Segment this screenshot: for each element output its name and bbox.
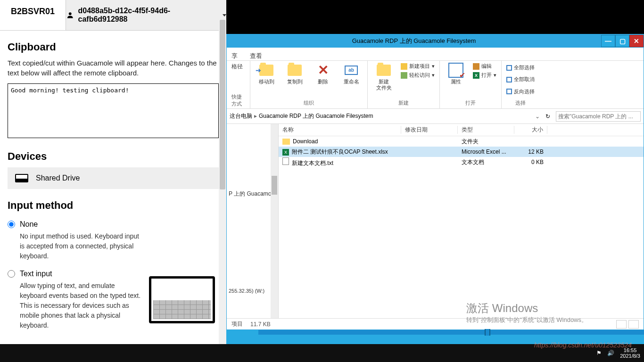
clipboard-desc: Text copied/cut within Guacamole will ap… bbox=[8, 58, 219, 78]
select-all-icon bbox=[506, 65, 512, 71]
move-to-button[interactable]: ➔移动到 bbox=[255, 63, 278, 85]
ribbon-path-hint: 格径 bbox=[231, 63, 243, 71]
shared-drive[interactable]: Shared Drive bbox=[8, 167, 219, 189]
taskbar-clock[interactable]: 16:55 2021/8/3 bbox=[620, 347, 640, 359]
select-none-button[interactable]: 全部取消 bbox=[506, 76, 535, 83]
ribbon-tabs: 享 查看 bbox=[227, 48, 644, 61]
tab-view[interactable]: 查看 bbox=[250, 52, 262, 60]
rename-button[interactable]: ab重命名 bbox=[340, 63, 363, 85]
guacamole-panel: B2BSVR01 d0488a5b-d12c-4f5f-94d6-cafb6d9… bbox=[0, 0, 226, 362]
window-title: Guacamole RDP 上的 Guacamole Filesystem bbox=[227, 37, 601, 45]
window-close[interactable]: ✕ bbox=[629, 35, 644, 47]
file-row[interactable]: 新建文本文档.txt文本文档0 KB bbox=[279, 157, 644, 167]
dropdown-icon[interactable]: ⌄ bbox=[535, 113, 540, 120]
edit-button[interactable]: 编辑 bbox=[473, 63, 496, 70]
new-folder-button[interactable]: 新建 文件夹 bbox=[372, 63, 395, 91]
view-icons-button[interactable] bbox=[628, 320, 639, 329]
chevron-down-icon bbox=[223, 14, 226, 16]
search-input[interactable] bbox=[556, 111, 641, 122]
connection-name: B2BSVR01 bbox=[0, 0, 66, 30]
input-none-desc: No input method is used. Keyboard input … bbox=[20, 231, 142, 261]
view-details-button[interactable] bbox=[616, 320, 627, 329]
remote-desktop: Guacamole RDP 上的 Guacamole Filesystem — … bbox=[226, 0, 644, 362]
nav-pane[interactable]: P 上的 Guacamo 255.32.35) (W:) bbox=[227, 124, 279, 318]
breadcrumb[interactable]: 这台电脑▸Guacamole RDP 上的 Guacamole Filesyst… bbox=[230, 112, 532, 120]
window-maximize[interactable]: ▢ bbox=[615, 35, 629, 47]
window-titlebar[interactable]: Guacamole RDP 上的 Guacamole Filesystem — … bbox=[227, 34, 644, 48]
window-minimize[interactable]: — bbox=[601, 35, 615, 47]
easy-access-button[interactable]: 轻松访问 ▾ bbox=[401, 72, 435, 79]
clipboard-textarea[interactable]: Good morning! testing clipboard! bbox=[8, 83, 219, 138]
csdn-watermark: https://blog.csdn.net/u012523524 bbox=[534, 341, 632, 349]
address-bar: 这台电脑▸Guacamole RDP 上的 Guacamole Filesyst… bbox=[227, 109, 644, 124]
file-list: Download文件夹X附件二 测试针痕不良OCAP Sheet.xlsxMic… bbox=[279, 136, 644, 167]
input-method-heading: Input method bbox=[8, 199, 219, 212]
nav-scrollbar[interactable] bbox=[271, 124, 278, 318]
refresh-button[interactable]: ↻ bbox=[543, 113, 553, 120]
input-text-desc: Allow typing of text, and emulate keyboa… bbox=[20, 281, 142, 330]
invert-icon bbox=[506, 89, 512, 94]
file-row[interactable]: Download文件夹 bbox=[279, 136, 644, 147]
select-all-button[interactable]: 全部选择 bbox=[506, 64, 535, 71]
input-none[interactable]: None bbox=[8, 220, 219, 229]
file-row[interactable]: X附件二 测试针痕不良OCAP Sheet.xlsxMicrosoft Exce… bbox=[279, 147, 644, 157]
windows-watermark: 激活 Windows 转到"控制面板"中的"系统"以激活 Windows。 bbox=[466, 301, 587, 324]
tab-share[interactable]: 享 bbox=[231, 52, 238, 60]
runtime-bar bbox=[258, 330, 644, 335]
input-none-radio[interactable] bbox=[8, 221, 15, 228]
user-menu[interactable]: d0488a5b-d12c-4f5f-94d6-cafb6d912988 bbox=[66, 0, 226, 30]
copy-to-button[interactable]: 复制到 bbox=[283, 63, 306, 85]
ribbon-shortcut: 快捷方式 bbox=[231, 93, 245, 107]
devices-heading: Devices bbox=[8, 150, 219, 163]
remote-top-black bbox=[226, 0, 644, 34]
ribbon: 格径 快捷方式 ➔移动到 复制到 ✕删除 ab重命名 组织 新建 文件夹 新建项… bbox=[227, 61, 644, 109]
explorer-window: Guacamole RDP 上的 Guacamole Filesystem — … bbox=[226, 34, 644, 330]
clipboard-heading: Clipboard bbox=[8, 41, 219, 53]
panel-scrollbar[interactable] bbox=[219, 20, 226, 362]
tray-volume-icon[interactable]: 🔊 bbox=[607, 350, 614, 356]
user-id: d0488a5b-d12c-4f5f-94d6-cafb6d912988 bbox=[78, 7, 216, 24]
svg-point-0 bbox=[69, 12, 72, 15]
properties-button[interactable]: 属性 bbox=[445, 63, 467, 85]
keyboard-illustration bbox=[149, 276, 215, 323]
new-item-button[interactable]: 新建项目 ▾ bbox=[401, 63, 435, 70]
drive-icon bbox=[15, 174, 28, 182]
user-icon bbox=[66, 11, 74, 19]
tray-flag-icon[interactable]: ⚑ bbox=[596, 350, 602, 356]
open-button[interactable]: X打开 ▾ bbox=[473, 72, 496, 79]
select-none-icon bbox=[506, 77, 512, 82]
input-text-radio[interactable] bbox=[8, 270, 15, 278]
delete-button[interactable]: ✕删除 bbox=[312, 63, 334, 85]
column-headers[interactable]: 名称 修改日期 类型 大小 bbox=[279, 124, 644, 136]
invert-select-button[interactable]: 反向选择 bbox=[506, 88, 535, 95]
